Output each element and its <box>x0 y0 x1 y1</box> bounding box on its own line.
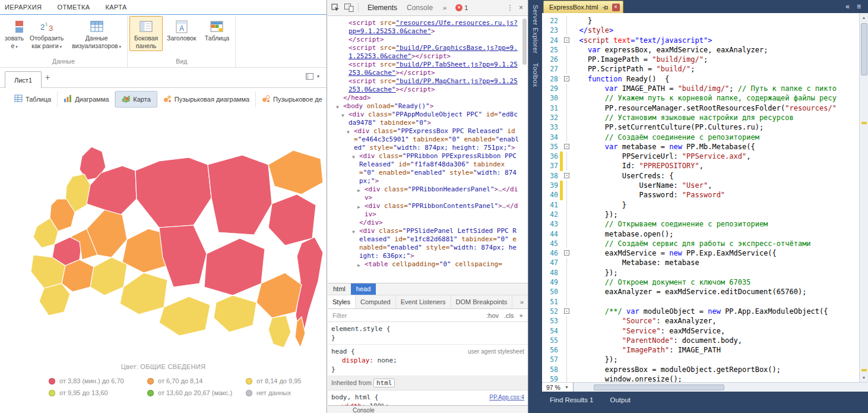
map-region-20[interactable] <box>268 194 316 245</box>
expand-arrow-open[interactable]: ▼ <box>347 128 350 137</box>
side-tab-toolbox[interactable]: Toolbox <box>532 63 539 87</box>
dom-node-8[interactable]: ▼<div class="PPExpressBox PPC Released" … <box>328 127 528 152</box>
fold-collapse-icon[interactable]: - <box>563 171 571 181</box>
css-selector[interactable]: head { <box>331 347 355 356</box>
ribbon-button-0-2[interactable]: Данныевизуализаторов▾ <box>68 16 125 52</box>
code-line-48[interactable]: 48 }); <box>542 268 859 278</box>
close-document-icon[interactable]: × <box>612 4 620 11</box>
code-line-24[interactable]: 24- <script text="text/javascript"> <box>542 36 859 45</box>
expand-arrow-closed[interactable]: ▶ <box>357 203 360 212</box>
dom-node-4[interactable]: <script src="build/PP.MapChart.js?pp=9.1… <box>328 77 528 94</box>
filter-input[interactable]: Filter <box>332 312 347 319</box>
editor-scrollbar[interactable]: ▲ ▼ <box>859 13 868 382</box>
ribbon-tab-2[interactable]: КАРТА <box>105 4 126 11</box>
code-line-30[interactable]: 30 // Укажем путь к корневой папке, соде… <box>542 93 859 103</box>
inspect-element-icon[interactable] <box>331 4 340 12</box>
map-region-14[interactable] <box>120 273 167 314</box>
code-line-46[interactable]: 46- eaxMdService = new PP.Exp.EaxMdServi… <box>542 248 859 258</box>
dom-node-6[interactable]: ▼<body onload="Ready()"> <box>328 102 528 111</box>
breadcrumb-html[interactable]: html <box>328 283 351 295</box>
ribbon-tab-0[interactable]: ИЕРАРХИЯ <box>5 4 42 11</box>
dom-node-9[interactable]: ▼<div class="PPRibbon PPExpressRibbon PP… <box>328 152 528 185</box>
code-line-47[interactable]: 47 Metabase: metabase <box>542 258 859 267</box>
code-line-45[interactable]: 45 // Создаём сервис для работы с экспре… <box>542 239 859 248</box>
code-line-36[interactable]: 36 PPServiceUrl: "PPService.axd", <box>542 152 859 161</box>
code-line-52[interactable]: 52- /**/ var moduleObject = new PP.App.E… <box>542 307 859 316</box>
code-line-31[interactable]: 31 PP.resourceManager.setRootResourcesFo… <box>542 103 859 113</box>
panel-toggle-button[interactable]: ▾ <box>306 73 319 80</box>
breadcrumb-head[interactable]: head <box>351 283 376 295</box>
view-tab-3[interactable]: Пузырьковая диаграмма <box>157 92 256 107</box>
map-region-10[interactable] <box>90 257 127 295</box>
stylesheet-link[interactable]: PP.App.css:4 <box>489 393 524 402</box>
code-line-50[interactable]: 50 eaxAnalyzer = eaxMdService.editDocume… <box>542 287 859 297</box>
devtools-close-icon[interactable]: × <box>518 4 524 12</box>
code-line-25[interactable]: 25 var expressBox, eaxMdService, eaxAnal… <box>542 45 859 55</box>
css-property[interactable]: display: none; <box>331 356 524 365</box>
fold-collapse-icon[interactable]: - <box>563 74 571 84</box>
drawer-bar[interactable]: Console <box>328 405 528 413</box>
bottom-tab-0[interactable]: Find Results 1 <box>550 396 594 403</box>
scrollbar-thumb[interactable] <box>861 23 867 75</box>
ribbon-button-1-0[interactable]: Боковаяпанель <box>129 16 163 51</box>
devtools-menu-icon[interactable]: ⋮ <box>506 4 514 12</box>
expand-arrow-closed[interactable]: ▶ <box>357 261 360 270</box>
fold-collapse-icon[interactable]: - <box>563 36 571 45</box>
code-line-44[interactable]: 44 metabase.open(); <box>542 229 859 239</box>
fold-collapse-icon[interactable]: - <box>563 248 571 258</box>
fold-minus-box[interactable]: - <box>564 173 569 178</box>
code-line-56[interactable]: 56 "ImagePath": IMAGE_PATH <box>542 345 859 355</box>
code-line-49[interactable]: 49 // Откроем документ с ключом 67035 <box>542 278 859 287</box>
document-tab-expressbox[interactable]: ExpressBox.html × <box>543 1 623 13</box>
sidebar-tab-0[interactable]: Styles <box>328 295 356 308</box>
code-line-37[interactable]: 37 Id: "PPREPOSITORY", <box>542 161 859 171</box>
code-line-28[interactable]: 28- function Ready() { <box>542 74 859 84</box>
code-line-29[interactable]: 29 var IMAGE_PATH = "build/img/"; // Пут… <box>542 84 859 93</box>
map-region-15[interactable] <box>159 225 207 287</box>
devtools-tab-console[interactable]: Console <box>402 0 438 15</box>
map-region-24[interactable] <box>268 316 291 348</box>
fold-minus-box[interactable]: - <box>564 308 569 314</box>
error-badge[interactable]: ✕ 1 <box>455 4 468 11</box>
code-line-41[interactable]: 41 } <box>542 200 859 210</box>
fold-minus-box[interactable]: - <box>564 37 569 43</box>
map-region-19[interactable] <box>268 150 323 194</box>
map-region-18[interactable] <box>159 297 210 336</box>
code-line-35[interactable]: 35- var metabase = new PP.Mb.Metabase({ <box>542 142 859 152</box>
code-line-59[interactable]: 59 window.onresize(); <box>542 374 859 382</box>
ribbon-button-0-0[interactable]: зоватье▾ <box>2 16 26 52</box>
sidebar-tab-1[interactable]: Computed <box>356 295 396 308</box>
horizontal-scrollbar[interactable] <box>594 384 724 390</box>
map-region-17[interactable] <box>204 238 265 295</box>
code-line-23[interactable]: 23 </style> <box>542 26 859 35</box>
fold-collapse-icon[interactable]: - <box>563 307 571 316</box>
code-line-42[interactable]: 42 }); <box>542 210 859 219</box>
ribbon-button-1-2[interactable]: Таблица <box>200 16 233 44</box>
map-region-7[interactable] <box>39 283 70 316</box>
dom-node-12[interactable]: </div> <box>328 219 528 227</box>
dom-node-11[interactable]: ▶<div class="PPRibbonContentsPanel">…</d… <box>328 202 528 219</box>
code-line-57[interactable]: 57 }); <box>542 355 859 364</box>
zoom-control[interactable]: 97 % ▼ <box>542 383 574 392</box>
ribbon-button-1-1[interactable]: AЗаголовок <box>163 16 200 44</box>
dom-node-5[interactable]: </head> <box>328 94 528 102</box>
new-rule-button[interactable]: + <box>519 312 523 319</box>
pin-icon[interactable] <box>602 4 609 11</box>
dom-node-2[interactable]: <script src="build/PP.GraphicsBase.js?pp… <box>328 44 528 61</box>
more-tabs-icon[interactable]: » <box>442 4 448 11</box>
css-selector[interactable]: body, html { <box>331 393 378 402</box>
code-line-38[interactable]: 38- UserCreds: { <box>542 171 859 181</box>
devtools-tab-elements[interactable]: Elements <box>363 0 402 15</box>
sidebar-tab-2[interactable]: Event Listeners <box>396 295 451 308</box>
view-tab-4[interactable]: Пузырьковое де <box>256 92 327 107</box>
drawer-console-tab[interactable]: Console <box>353 407 375 413</box>
code-line-27[interactable]: 27 PP.ScriptPath = "build/"; <box>542 64 859 74</box>
code-line-34[interactable]: 34 // Создаём соединение с репозиторием <box>542 133 859 142</box>
map-region-16[interactable] <box>208 155 272 235</box>
code-line-22[interactable]: 22 } <box>542 16 859 26</box>
ribbon-tab-1[interactable]: ОТМЕТКА <box>57 4 90 11</box>
code-line-51[interactable]: 51 <box>542 297 859 307</box>
add-sheet-button[interactable]: + <box>45 72 50 82</box>
hov-toggle[interactable]: :hov <box>486 312 499 319</box>
fold-minus-box[interactable]: - <box>564 144 569 149</box>
